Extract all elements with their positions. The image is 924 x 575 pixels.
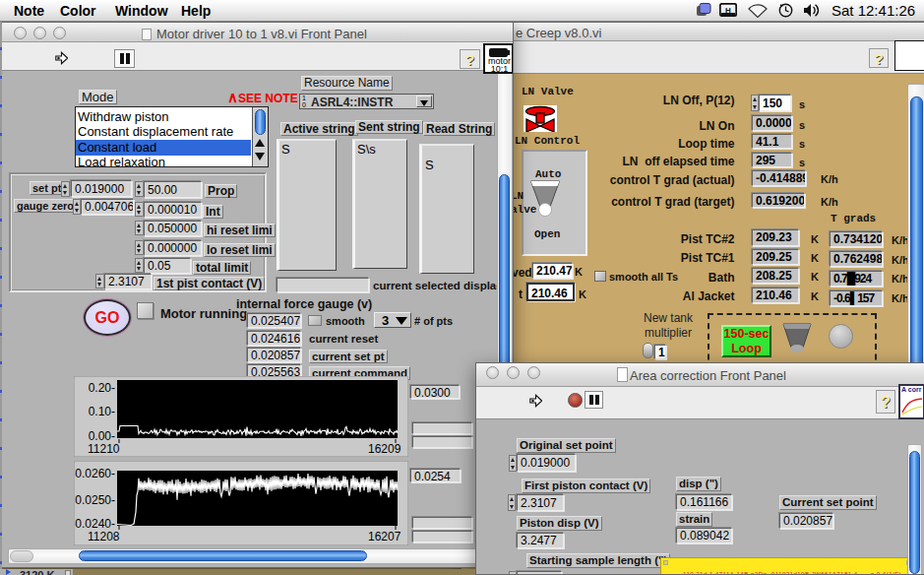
- svg-text:16209: 16209: [368, 442, 401, 456]
- svg-text:0.0240-: 0.0240-: [75, 517, 115, 531]
- svg-text:11210: 11210: [88, 442, 120, 456]
- svg-text:0.20-: 0.20-: [89, 381, 115, 395]
- svg-text:0.0260-: 0.0260-: [75, 467, 115, 480]
- svg-text:0.0250-: 0.0250-: [75, 493, 115, 507]
- svg-text:H: H: [725, 6, 731, 15]
- svg-text:16207: 16207: [368, 530, 401, 543]
- svg-text:0.00-: 0.00-: [89, 429, 115, 443]
- svg-text:0.10-: 0.10-: [89, 405, 115, 418]
- svg-text:11208: 11208: [88, 530, 120, 543]
